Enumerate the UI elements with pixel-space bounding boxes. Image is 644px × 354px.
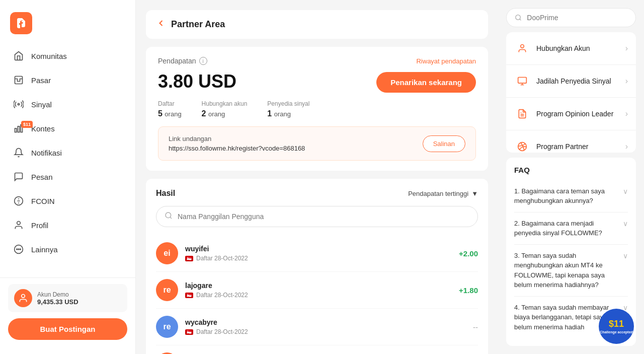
svg-point-6 <box>17 222 21 225</box>
search-box <box>156 206 478 227</box>
svg-point-1 <box>18 103 19 105</box>
invite-card: Link undangan https://sso.followme.hk/re… <box>158 126 476 161</box>
svg-rect-3 <box>18 126 19 132</box>
sidebar-logo <box>0 8 135 44</box>
opinion-icon <box>514 106 530 122</box>
svg-line-15 <box>520 19 521 21</box>
sidebar-item-fcoin[interactable]: FCOIN <box>6 189 129 213</box>
results-title: Hasil <box>156 189 175 198</box>
sidebar-label-pasar: Pasar <box>31 76 51 85</box>
user-list: ei wuyifei 🇸🇬 Daftar 28-Oct-2022 +2.00 <box>156 235 478 354</box>
app-logo <box>10 12 32 34</box>
faq-item-1[interactable]: 1. Bagaimana cara teman saya menghubungk… <box>514 180 628 213</box>
sidebar-navigation: Komunitas Pasar Sinyal <box>0 44 135 273</box>
earnings-header: Pendapatan i Riwayat pendapatan <box>158 57 476 65</box>
invite-url: https://sso.followme.hk/register?vcode=8… <box>169 145 305 152</box>
account-balance: 9,435.33 USD <box>37 298 78 306</box>
more-icon <box>13 244 24 255</box>
sidebar-item-sinyal[interactable]: Sinyal <box>6 93 129 116</box>
kontes-badge: $11 <box>21 121 33 128</box>
stats-row: Daftar 5 orang Hubungkan akun 2 orang Pe… <box>158 100 476 118</box>
faq-item-3[interactable]: 3. Teman saya sudah menghubungkan akun M… <box>514 245 628 297</box>
challenge-number: $11 <box>609 319 624 329</box>
message-icon <box>13 171 24 182</box>
signal-provider-icon <box>514 73 530 89</box>
user-icon <box>13 220 24 231</box>
sidebar-label-sinyal: Sinyal <box>31 100 52 109</box>
account-info[interactable]: Akun Demo 9,435.33 USD <box>8 284 127 312</box>
sidebar: Komunitas Pasar Sinyal <box>0 0 136 354</box>
menu-item-penyedia[interactable]: Jadilah Penyedia Sinyal › <box>506 65 636 98</box>
copy-button[interactable]: Salinan <box>423 135 465 152</box>
menu-label-hubungkan: Hubungkan Akun <box>536 44 619 52</box>
coin-icon <box>13 195 24 206</box>
back-button[interactable] <box>156 18 166 31</box>
home-icon <box>13 50 24 61</box>
sidebar-item-profil[interactable]: Profil <box>6 214 129 237</box>
menu-item-opinion[interactable]: Program Opinion Leader › <box>506 98 636 130</box>
invite-label: Link undangan <box>169 135 305 143</box>
user-name: lajogare <box>185 281 452 290</box>
stat-penyedia: Penyedia sinyal 1 orang <box>267 100 309 118</box>
sidebar-item-kontes[interactable]: $11 Kontes <box>6 117 129 140</box>
signal-icon <box>13 99 24 110</box>
faq-question-1: 1. Bagaimana cara teman saya menghubungk… <box>514 186 619 206</box>
chevron-down-icon: ∨ <box>623 187 628 195</box>
user-amount: -- <box>473 323 478 331</box>
page-header: Partner Area <box>146 10 488 39</box>
challenge-label: Challenge accepted <box>600 330 633 334</box>
chevron-right-icon: › <box>625 109 628 118</box>
history-link[interactable]: Riwayat pendapatan <box>416 57 476 65</box>
user-row: re wycabyre 🇸🇬 Daftar 28-Oct-2022 -- <box>156 309 478 345</box>
faq-title: FAQ <box>514 166 628 174</box>
svg-point-9 <box>18 249 19 250</box>
challenge-badge[interactable]: $11 Challenge accepted <box>599 309 634 344</box>
sort-dropdown[interactable]: Pendapatan tertinggi ▼ <box>408 190 478 197</box>
faq-item-2[interactable]: 2. Bagaimana cara menjadi penyedia sinya… <box>514 213 628 245</box>
svg-point-10 <box>20 249 21 250</box>
flag-icon: 🇸🇬 <box>185 256 193 261</box>
sidebar-item-lainnya[interactable]: Lainnya <box>6 238 129 261</box>
sidebar-label-fcoin: FCOIN <box>31 197 55 205</box>
sidebar-label-komunitas: Komunitas <box>31 52 67 60</box>
sidebar-item-komunitas[interactable]: Komunitas <box>6 44 129 67</box>
user-meta: 🇸🇬 Daftar 28-Oct-2022 <box>185 292 452 299</box>
stat-label-penyedia: Penyedia sinyal <box>267 100 309 107</box>
sidebar-item-pasar[interactable]: Pasar <box>6 68 129 92</box>
svg-point-14 <box>516 15 521 20</box>
right-search-input[interactable] <box>527 14 627 22</box>
post-button[interactable]: Buat Postingan <box>8 318 127 340</box>
user-avatar: re <box>156 279 178 301</box>
search-icon <box>165 211 173 222</box>
user-avatar: re <box>156 316 178 338</box>
sidebar-item-pesan[interactable]: Pesan <box>6 165 129 188</box>
user-amount: +1.80 <box>459 286 478 295</box>
menu-label-penyedia: Jadilah Penyedia Sinyal <box>536 77 619 85</box>
partner-icon <box>514 138 530 153</box>
user-meta: 🇸🇬 Daftar 28-Oct-2022 <box>185 328 466 335</box>
info-icon: i <box>199 57 207 65</box>
stat-label-daftar: Daftar <box>158 100 182 107</box>
sidebar-bottom: Akun Demo 9,435.33 USD Buat Postingan <box>0 277 135 346</box>
menu-item-partner[interactable]: Program Partner › <box>506 130 636 153</box>
search-input[interactable] <box>178 213 469 221</box>
user-amount: +2.00 <box>459 249 478 258</box>
earnings-card: Pendapatan i Riwayat pendapatan 3.80 USD… <box>146 47 488 171</box>
sidebar-label-profil: Profil <box>31 221 48 230</box>
chevron-down-icon: ▼ <box>471 190 478 197</box>
withdraw-button[interactable]: Penarikan sekarang <box>376 72 476 93</box>
earnings-label: Pendapatan i <box>158 57 207 65</box>
right-search-icon <box>515 14 522 22</box>
menu-card: Hubungkan Akun › Jadilah Penyedia Sinyal… <box>506 32 636 153</box>
user-meta: 🇸🇬 Daftar 28-Oct-2022 <box>185 255 452 262</box>
svg-point-12 <box>166 213 171 218</box>
chevron-down-icon: ∨ <box>623 220 628 228</box>
flag-icon: 🇸🇬 <box>185 293 193 298</box>
menu-label-opinion: Program Opinion Leader <box>536 110 619 118</box>
stat-daftar: Daftar 5 orang <box>158 100 182 118</box>
svg-rect-0 <box>15 77 23 84</box>
chevron-right-icon: › <box>625 44 628 53</box>
sidebar-item-notifikasi[interactable]: Notifikasi <box>6 141 129 164</box>
menu-item-hubungkan[interactable]: Hubungkan Akun › <box>506 32 636 65</box>
sidebar-label-kontes: Kontes <box>31 124 55 133</box>
